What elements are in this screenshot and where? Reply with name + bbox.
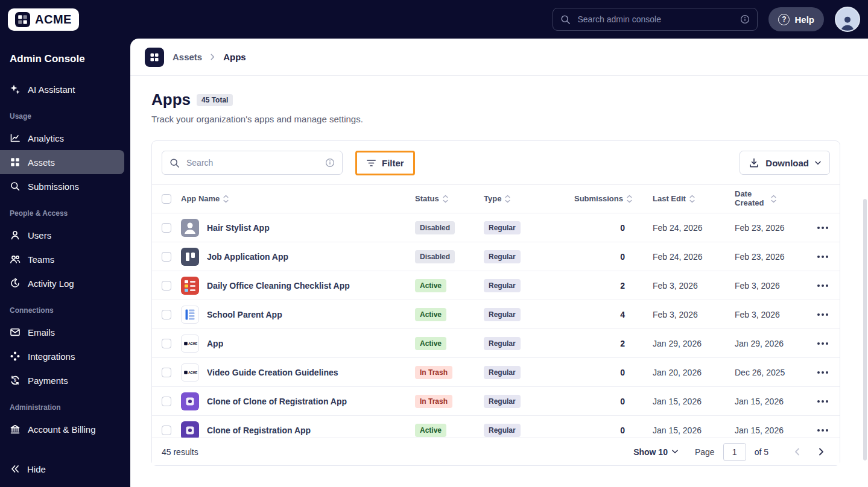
page-number-input[interactable] [723, 443, 746, 461]
sidebar-item-analytics[interactable]: Analytics [0, 126, 124, 150]
chevron-down-icon [815, 161, 821, 165]
app-name-link[interactable]: App [207, 339, 223, 348]
last-edit-date: Feb 3, 2026 [653, 281, 735, 291]
svg-text:ACME: ACME [188, 371, 197, 374]
table-row[interactable]: Job Application AppDisabledRegular0Feb 2… [152, 242, 840, 271]
row-checkbox[interactable] [162, 281, 171, 291]
app-name-link[interactable]: Clone of Registration App [207, 426, 311, 435]
app-name-link[interactable]: School Parent App [207, 310, 282, 319]
info-icon[interactable] [325, 158, 335, 168]
help-button[interactable]: ? Help [768, 7, 824, 31]
column-header-date-created[interactable]: Date Created [735, 190, 806, 208]
sidebar-item-account-billing[interactable]: Account & Billing [0, 417, 124, 441]
row-actions-button[interactable] [815, 424, 831, 436]
last-edit-date: Feb 24, 2026 [653, 223, 735, 233]
sidebar-item-payments[interactable]: $Payments [0, 368, 124, 392]
sort-icon[interactable] [443, 195, 448, 203]
hide-sidebar-button[interactable]: Hide [0, 456, 55, 482]
sidebar-item-teams[interactable]: Teams [0, 247, 124, 271]
row-actions-button[interactable] [815, 395, 831, 407]
column-header-type[interactable]: Type [484, 195, 574, 204]
filter-button[interactable]: Filter [357, 152, 413, 174]
previous-page-button[interactable] [788, 443, 806, 461]
app-name-link[interactable]: Clone of Clone of Registration App [207, 397, 347, 406]
acme-logo[interactable]: ACME [8, 8, 79, 31]
page-size-select[interactable]: Show 10 [633, 447, 678, 457]
submissions-icon [10, 181, 21, 192]
date-created: Feb 3, 2026 [735, 281, 806, 291]
row-checkbox[interactable] [162, 368, 171, 377]
table-row[interactable]: Clone of Clone of Registration AppIn Tra… [152, 387, 840, 416]
download-button[interactable]: Download [740, 151, 830, 175]
next-page-button[interactable] [812, 443, 830, 461]
sidebar-title: Admin Console [0, 47, 130, 77]
app-icon [181, 421, 199, 438]
last-edit-date: Jan 15, 2026 [653, 426, 735, 435]
date-created: Feb 23, 2026 [735, 223, 806, 233]
assets-grid-icon[interactable] [145, 48, 164, 67]
sidebar-item-label: Payments [28, 375, 68, 386]
sidebar-item-submissions[interactable]: Submissions [0, 174, 124, 198]
status-badge: Disabled [415, 250, 455, 263]
status-badge: In Trash [415, 395, 452, 408]
row-checkbox[interactable] [162, 310, 171, 319]
app-name-link[interactable]: Daily Office Cleaning Checklist App [207, 281, 350, 291]
breadcrumb-parent[interactable]: Assets [173, 52, 202, 62]
payments-icon: $ [10, 375, 21, 386]
sort-icon[interactable] [223, 195, 229, 203]
row-checkbox[interactable] [162, 426, 171, 435]
app-name-link[interactable]: Job Application App [207, 252, 288, 262]
table-search-input[interactable] [185, 157, 320, 168]
info-icon[interactable] [740, 14, 750, 24]
sidebar-item-emails[interactable]: Emails [0, 320, 124, 344]
table-row[interactable]: ACMEVideo Guide Creation GuidelinesIn Tr… [152, 358, 840, 387]
sidebar-item-ai-assistant[interactable]: AI Assistant [0, 77, 124, 101]
table-header: App NameStatusTypeSubmissionsLast EditDa… [152, 184, 840, 213]
sidebar-item-activity-log[interactable]: Activity Log [0, 271, 124, 295]
row-actions-button[interactable] [815, 309, 831, 321]
last-edit-date: Jan 15, 2026 [653, 397, 735, 406]
sort-icon[interactable] [689, 195, 695, 203]
table-row[interactable]: Daily Office Cleaning Checklist AppActiv… [152, 271, 840, 300]
download-icon [749, 157, 759, 168]
column-header-last-edit[interactable]: Last Edit [653, 195, 735, 204]
table-row[interactable]: Clone of Registration AppActiveRegular0J… [152, 416, 840, 438]
analytics-icon [10, 133, 21, 143]
table-search[interactable] [162, 151, 343, 175]
sidebar-item-users[interactable]: Users [0, 223, 124, 247]
row-checkbox[interactable] [162, 397, 171, 406]
sort-icon[interactable] [627, 195, 632, 203]
row-checkbox[interactable] [162, 223, 171, 233]
column-label: Status [415, 195, 439, 204]
row-actions-button[interactable] [815, 338, 831, 350]
admin-search[interactable] [553, 8, 758, 31]
sidebar-item-integrations[interactable]: Integrations [0, 344, 124, 368]
table-row[interactable]: School Parent AppActiveRegular4Feb 3, 20… [152, 300, 840, 329]
page-size-label: Show 10 [633, 447, 668, 457]
select-all-checkbox[interactable] [162, 194, 171, 204]
last-edit-date: Jan 20, 2026 [653, 368, 735, 377]
row-actions-button[interactable] [815, 280, 831, 292]
app-icon [181, 392, 199, 410]
row-actions-button[interactable] [815, 366, 831, 379]
table-row[interactable]: Hair Stylist AppDisabledRegular0Feb 24, … [152, 213, 840, 242]
row-checkbox[interactable] [162, 339, 171, 348]
scrollbar[interactable] [863, 199, 867, 460]
row-actions-button[interactable] [815, 251, 831, 263]
avatar[interactable] [835, 7, 860, 32]
emails-icon [10, 327, 21, 338]
sort-icon[interactable] [505, 195, 510, 203]
column-header-submissions[interactable]: Submissions [574, 195, 653, 204]
sidebar-item-assets[interactable]: Assets [0, 150, 124, 174]
app-name-link[interactable]: Video Guide Creation Guidelines [207, 368, 338, 377]
app-name-link[interactable]: Hair Stylist App [207, 223, 270, 233]
sort-icon[interactable] [771, 195, 776, 203]
row-actions-button[interactable] [815, 222, 831, 234]
table-row[interactable]: ACMEAppActiveRegular2Jan 29, 2026Jan 29,… [152, 329, 840, 358]
breadcrumb-current: Apps [223, 52, 246, 62]
column-header-app-name[interactable]: App Name [181, 195, 415, 204]
column-header-status[interactable]: Status [415, 195, 484, 204]
admin-search-input[interactable] [576, 14, 735, 25]
row-checkbox[interactable] [162, 252, 171, 262]
column-label: Submissions [574, 195, 623, 204]
